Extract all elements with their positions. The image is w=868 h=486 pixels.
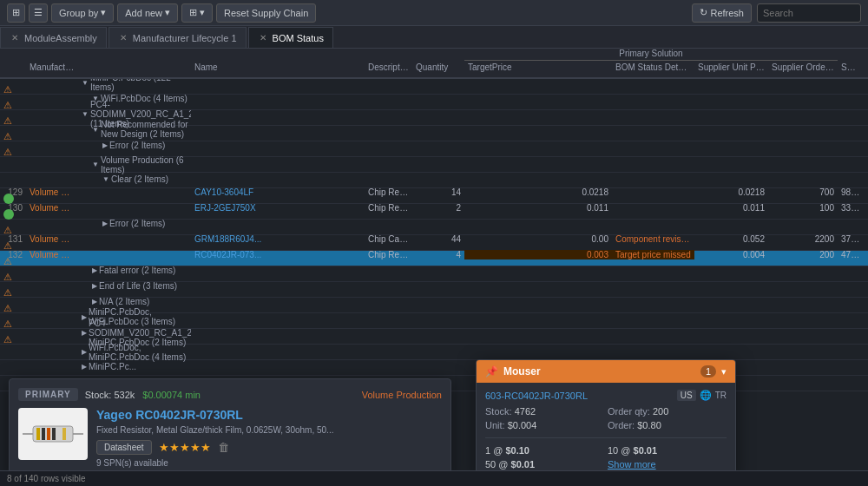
indicator-cell (0, 209, 26, 221)
sup-qty-cell: 700 (768, 187, 838, 197)
product-details: Yageo RC0402JR-0730RL Fixed Resistor, Me… (96, 408, 442, 468)
datasheet-button[interactable]: Datasheet (96, 440, 152, 455)
tab-close-icon[interactable]: ✕ (10, 33, 20, 43)
expand-cell[interactable]: ▼ Volume Production (6 Items) (78, 155, 191, 174)
expand-cell[interactable]: ▼ Clear (2 Items) (78, 174, 191, 184)
table-row[interactable]: ▼ Volume Production (6 Items) (0, 157, 868, 173)
lifecycle-cell: Volume Production (26, 203, 78, 213)
flag-tr: TR (715, 391, 727, 400)
table-row[interactable]: 132 Volume Production RC0402JR-073... Ch… (0, 251, 868, 266)
resistor-image (23, 419, 83, 450)
product-name[interactable]: Yageo RC0402JR-0730RL (96, 408, 442, 422)
table-row[interactable]: 131 Volume Production GRM188R60J4... Chi… (0, 235, 868, 251)
svg-rect-4 (47, 428, 50, 440)
expand-cell[interactable]: ▶ End of Life (3 Items) (78, 281, 191, 291)
part-number[interactable]: 603-RC0402JR-0730RL (485, 391, 588, 401)
group-by-label: Group by (59, 8, 98, 18)
svg-rect-2 (36, 428, 40, 440)
expand-cell[interactable]: ▼ MiniPC.PcbDoc (122 Items) (78, 79, 191, 92)
price-tier-3: 50 @ $0.01 (485, 459, 604, 470)
col-header-bom-status: BOM Status Details (612, 62, 694, 72)
expand-cell[interactable]: ▶ Fatal error (2 Items) (78, 266, 191, 275)
unit-label: Unit: (485, 420, 505, 430)
lifecycle-cell: Volume Production (26, 187, 78, 197)
tab-manufacturer-lifecycle[interactable]: ✕ Manufacturer Lifecycle 1 (108, 27, 247, 48)
table-row[interactable]: ▶ WiFi.PcbDoc, MiniPC.PcbDoc (4 Items) (0, 345, 868, 360)
refresh-btn[interactable]: ↻ Refresh (692, 3, 752, 23)
headers-bottom-row: Manufacturer Lifecycle 1 Name Descriptio… (0, 61, 868, 78)
group-label: Volume Production (6 Items) (101, 155, 191, 174)
list-view-btn[interactable]: ☰ (29, 3, 48, 23)
indicator-cell: ⚠ (0, 303, 26, 314)
target-cell: 0.00 (464, 234, 612, 244)
col-header-lifecycle: Manufacturer Lifecycle 1 (26, 62, 78, 72)
chevron-down-icon: ▾ (101, 7, 106, 18)
status-green-icon (3, 209, 14, 220)
grid-view-btn[interactable]: ⊞ (7, 3, 25, 23)
reset-supply-chain-btn[interactable]: Reset Supply Chain (216, 3, 316, 23)
price-tier-1: 1 @ $0.10 (485, 445, 604, 456)
group-label: End of Life (3 Items) (99, 281, 177, 291)
group-by-btn[interactable]: Group by ▾ (51, 3, 114, 23)
status-cell: Target price missed (612, 250, 694, 259)
indicator-cell: ⚠ (0, 319, 26, 330)
tabs-bar: ✕ ModuleAssembly ✕ Manufacturer Lifecycl… (0, 26, 868, 49)
table-row[interactable]: ▼ MiniPC.PcbDoc (122 Items) ⚠ (0, 79, 868, 95)
supplier-part-row: 603-RC0402JR-0730RL US 🌐 TR (485, 390, 727, 401)
tab-close-icon[interactable]: ✕ (118, 33, 128, 43)
show-more-text[interactable]: Show more (608, 459, 656, 470)
indicator-cell: ⚠ (0, 287, 26, 299)
group-label: Error (2 Items) (109, 141, 165, 150)
supplier-body: 603-RC0402JR-0730RL US 🌐 TR Stock: 4762 … (477, 383, 735, 476)
svg-rect-5 (52, 428, 56, 440)
tab-close-icon[interactable]: ✕ (258, 33, 268, 43)
name-cell: RC0402JR-073... (191, 250, 365, 259)
order-qty-value: 200 (653, 406, 668, 417)
table-area: ▼ MiniPC.PcbDoc (122 Items) ⚠ ▼ WiFi.Pcb… (0, 79, 868, 391)
order-qty-label: Order qty: (608, 406, 650, 417)
sup-stock-cell: 3770 (838, 234, 864, 244)
status-bar: 8 of 140 rows visible (0, 470, 868, 486)
expand-cell[interactable]: ▶ N/A (2 Items) (78, 297, 191, 306)
tab-bom-status[interactable]: ✕ BOM Status (248, 27, 333, 48)
table-row[interactable]: ▶ Error (2 Items) ⚠ (0, 220, 868, 235)
indicator-cell: ⚠ (0, 147, 26, 158)
lifecycle-cell: Volume Production (26, 250, 78, 259)
table-row[interactable]: ▼ Not Recommended for New Design (2 Item… (0, 126, 868, 141)
expand-arrow-icon: ▶ (102, 141, 108, 149)
show-more-link[interactable]: Show more (608, 459, 727, 470)
expand-arrow-icon: ▼ (82, 79, 89, 87)
expand-cell[interactable]: ▼ Not Recommended for New Design (2 Item… (78, 120, 191, 139)
expand-cell[interactable]: ▶ WiFi.PcbDoc, MiniPC.PcbDoc (4 Items) (78, 343, 191, 362)
search-input[interactable] (757, 3, 861, 23)
table-row[interactable]: ▶ Fatal error (2 Items) ⚠ (0, 266, 868, 282)
expand-cell[interactable]: ▶ Error (2 Items) (78, 219, 191, 228)
supplier-dropdown-icon[interactable]: ▾ (721, 366, 727, 378)
table-row[interactable]: 129 Volume Production CAY10-3604LF Chip … (0, 188, 868, 204)
target-cell: 0.003 (464, 250, 612, 259)
add-new-btn[interactable]: Add new ▾ (117, 3, 178, 23)
product-image (18, 408, 88, 460)
group-label: Not Recommended for New Design (2 Items) (101, 120, 191, 139)
warning-icon: ⚠ (3, 287, 12, 298)
pin-icon: 📌 (485, 365, 498, 378)
sup-stock-cell: 9830 (838, 187, 864, 197)
tab-label: BOM Status (273, 33, 324, 43)
table-row[interactable]: ▶ MiniPC.Pc... (0, 360, 868, 376)
warning-icon: ⚠ (3, 115, 12, 126)
table-row[interactable]: ▶ End of Life (3 Items) ⚠ (0, 282, 868, 298)
svg-rect-3 (42, 428, 45, 440)
order-value: $0.80 (637, 420, 661, 430)
group-label: MiniPC.Pc... (89, 362, 136, 371)
refresh-label: Refresh (710, 8, 744, 18)
expand-cell[interactable]: ▶ MiniPC.Pc... (78, 362, 191, 371)
delete-icon[interactable]: 🗑 (218, 441, 229, 454)
expand-cell[interactable]: ▶ Error (2 Items) (78, 141, 191, 150)
spacer (0, 49, 464, 61)
icon-btn[interactable]: ⊞ ▾ (181, 3, 213, 23)
warning-icon: ⚠ (3, 256, 12, 266)
table-row[interactable]: ▼ Clear (2 Items) (0, 173, 868, 188)
table-row[interactable]: 130 Volume Production ERJ-2GEJ750X Chip … (0, 204, 868, 220)
tab-module-assembly[interactable]: ✕ ModuleAssembly (0, 27, 107, 48)
toolbar-right: ↻ Refresh (692, 3, 861, 23)
